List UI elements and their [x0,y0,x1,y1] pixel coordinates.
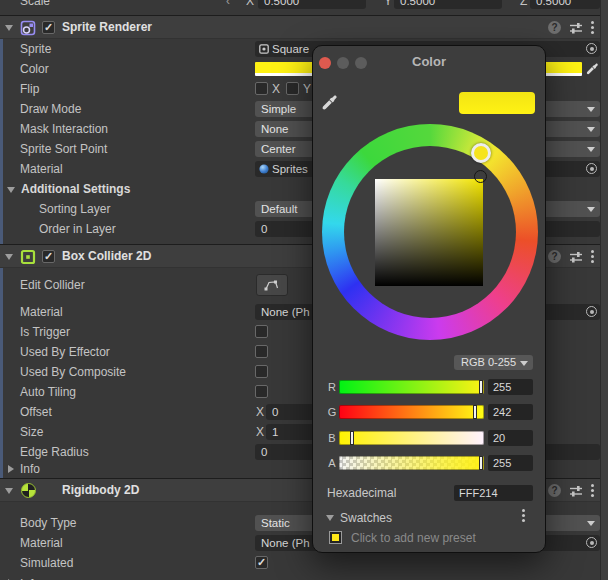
scale-y-axis: Y [384,0,392,11]
presets-icon[interactable] [569,250,583,264]
flip-x-label: X [272,79,280,99]
hexadecimal-field[interactable]: FFF214 [454,485,533,501]
g-slider[interactable] [339,405,484,419]
presets-icon[interactable] [569,21,583,35]
sprite-label: Sprite [20,39,51,59]
current-color-swatch[interactable] [459,92,535,114]
a-label: A [327,456,337,470]
presets-icon[interactable] [569,484,583,498]
bc-material-label: Material [20,302,63,322]
help-icon[interactable]: ? [548,21,561,34]
b-value-field[interactable]: 20 [488,430,533,446]
used-by-effector-checkbox[interactable] [255,345,268,358]
foldout-triangle-icon[interactable] [5,488,13,494]
add-preset-hint[interactable]: Click to add new preset [351,530,476,546]
simulated-checkbox[interactable] [255,556,268,569]
rb-info-label: Info [20,574,40,580]
size-x-axis: X [256,422,264,442]
flip-y-label: Y [303,79,311,99]
scale-label: Scale [20,0,50,11]
scale-z-axis: Z [520,0,527,11]
object-picker-icon[interactable] [586,537,597,548]
edge-radius-label: Edge Radius [20,442,89,462]
object-picker-icon[interactable] [586,43,597,54]
used-by-composite-label: Used By Composite [20,362,126,382]
r-slider[interactable] [339,380,484,394]
foldout-triangle-icon[interactable] [5,254,13,260]
edit-collider-button[interactable] [256,274,288,296]
sprite-sort-point-label: Sprite Sort Point [20,139,107,159]
scrollbar-track[interactable] [600,0,608,580]
bc-info-label: Info [20,460,40,478]
g-value-field[interactable]: 242 [488,404,533,420]
edit-collider-icon [263,279,281,292]
b-label: B [327,431,337,445]
edit-collider-label: Edit Collider [20,268,85,302]
is-trigger-label: Is Trigger [20,322,70,342]
object-picker-icon[interactable] [586,163,597,174]
sr-material-label: Material [20,159,63,179]
sprite-renderer-icon [20,20,36,36]
r-label: R [327,380,337,394]
flip-label: Flip [20,79,39,99]
g-slider-handle[interactable] [473,405,477,419]
scale-z-field[interactable]: 0.5000 [530,0,600,9]
kebab-menu-icon[interactable] [591,21,594,24]
used-by-composite-checkbox[interactable] [255,365,268,378]
sprite-renderer-header[interactable]: Sprite Renderer ? [0,15,600,39]
chevron-down-icon [587,207,595,212]
sprite-renderer-enable-checkbox[interactable] [42,21,55,34]
simulated-row: Simulated [0,553,600,573]
kebab-menu-icon[interactable] [591,250,594,253]
box-collider-enable-checkbox[interactable] [42,250,55,263]
g-label: G [327,405,337,419]
chevron-down-icon [520,361,528,366]
body-type-label: Body Type [20,513,76,533]
scale-x-field[interactable]: 0.5000 [258,0,366,9]
help-icon[interactable]: ? [548,250,561,263]
swatches-label: Swatches [340,510,392,526]
color-mode-dropdown[interactable]: RGB 0-255 [454,355,533,370]
eyedropper-icon[interactable] [585,61,600,76]
swatch-preset-icon[interactable] [329,531,342,544]
foldout-triangle-icon[interactable] [326,515,334,521]
mask-interaction-label: Mask Interaction [20,119,108,139]
a-value-field[interactable]: 255 [488,455,533,471]
scale-y-field[interactable]: 0.5000 [394,0,502,9]
auto-tiling-checkbox[interactable] [255,385,268,398]
color-window-title: Color [313,54,545,69]
rb-material-label: Material [20,533,63,553]
chevron-down-icon [587,127,595,132]
rb-info-row[interactable]: Info [0,574,600,580]
is-trigger-checkbox[interactable] [255,325,268,338]
foldout-triangle-icon[interactable] [7,187,15,193]
size-label: Size [20,422,43,442]
saturation-value-square[interactable] [375,179,483,286]
color-picker-window: Color RGB 0-255 R 255 G 242 B [312,45,546,553]
chevron-down-icon [587,107,595,112]
draw-mode-label: Draw Mode [20,99,81,119]
kebab-menu-icon[interactable] [591,484,594,487]
eyedropper-icon[interactable] [320,92,340,112]
link-icon[interactable]: ‹ [226,0,230,11]
foldout-triangle-icon[interactable] [5,25,13,31]
r-value-field[interactable]: 255 [488,379,533,395]
a-slider-handle[interactable] [479,456,483,470]
scale-x-axis: X [246,0,254,11]
r-slider-handle[interactable] [479,380,483,394]
b-slider-handle[interactable] [350,431,354,445]
sprite-thumb-icon [259,44,269,54]
help-icon[interactable]: ? [548,484,561,497]
flip-x-checkbox[interactable] [255,82,268,95]
box-collider-icon [20,249,36,265]
b-slider[interactable] [339,431,484,445]
kebab-menu-icon[interactable] [522,509,525,512]
sprite-renderer-title: Sprite Renderer [62,16,152,38]
object-picker-icon[interactable] [586,306,597,317]
offset-x-axis: X [256,402,264,422]
foldout-right-icon[interactable] [8,465,14,473]
a-slider[interactable] [339,456,484,470]
flip-y-checkbox[interactable] [286,82,299,95]
saturation-value-selector[interactable] [474,170,487,183]
hue-selector[interactable] [471,143,491,163]
